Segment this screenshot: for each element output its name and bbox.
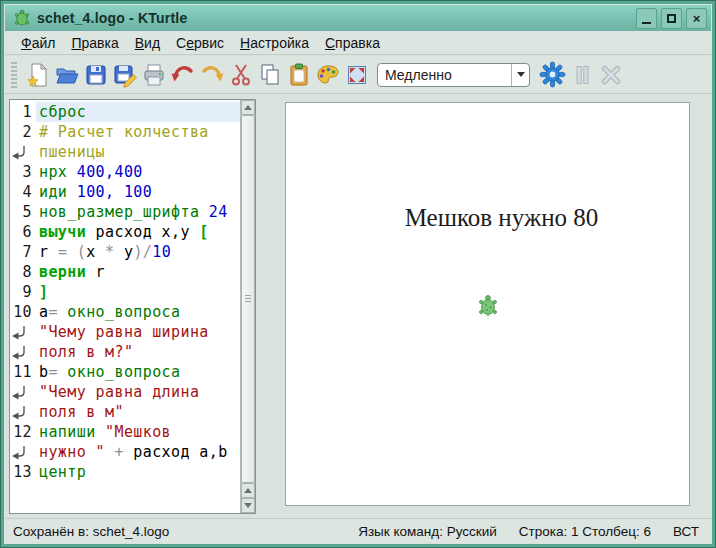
minimize-icon — [642, 22, 651, 24]
line-wrap-icon — [11, 385, 27, 400]
line-number: 6 — [10, 222, 36, 242]
scroll-up-button-2[interactable] — [241, 483, 255, 498]
status-language: Язык команд: Русский — [358, 524, 497, 539]
status-insert-mode: ВСТ — [673, 524, 699, 539]
code-line[interactable]: 10a= окно_вопроса — [10, 302, 240, 322]
code-text: выучи расход x,y [ — [36, 222, 240, 242]
code-text: ] — [36, 282, 240, 302]
scrollbar-thumb[interactable] — [241, 115, 255, 483]
statusbar: Сохранён в: schet_4.logo Язык команд: Ру… — [5, 518, 711, 543]
turtle-canvas: Мешков нужно 80 — [285, 102, 690, 506]
code-line[interactable]: 11b= окно_вопроса — [10, 362, 240, 382]
scrollbar-grip — [245, 295, 251, 302]
code-line[interactable]: 3нрх 400,400 — [10, 162, 240, 182]
palette-icon — [315, 62, 341, 88]
menu-item-3[interactable]: Сервис — [168, 33, 232, 53]
code-text: нужно " + расход a,b — [36, 442, 240, 462]
close-button[interactable]: × — [686, 8, 707, 29]
code-line[interactable]: 5нов_размер_шрифта 24 — [10, 202, 240, 222]
scroll-up-button[interactable] — [241, 100, 255, 115]
code-line[interactable]: 7r = (x * y)/10 — [10, 242, 240, 262]
line-number: 13 — [10, 462, 36, 482]
line-number: 3 — [10, 162, 36, 182]
code-line[interactable]: 8верни r — [10, 262, 240, 282]
speed-select-value: Медленно — [378, 67, 511, 83]
print-button[interactable] — [139, 60, 168, 90]
code-text: напиши "Мешков — [36, 422, 240, 442]
code-line[interactable]: 9] — [10, 282, 240, 302]
code-text: "Чему равна длина — [36, 382, 240, 402]
paste-button[interactable] — [284, 60, 313, 90]
line-number: 8 — [10, 262, 36, 282]
menu-item-0[interactable]: Файл — [13, 33, 63, 53]
code-line[interactable]: поля в м?" — [10, 342, 240, 362]
speed-select-arrow[interactable] — [511, 64, 529, 86]
new-file-button[interactable] — [23, 60, 52, 90]
status-saved: Сохранён в: schet_4.logo — [5, 524, 169, 539]
code-line[interactable]: поля в м" — [10, 402, 240, 422]
line-number: 5 — [10, 202, 36, 222]
code-line[interactable]: пшеницы — [10, 142, 240, 162]
menu-item-2[interactable]: Вид — [127, 33, 168, 53]
redo-icon — [199, 62, 225, 88]
code-text: поля в м?" — [36, 342, 240, 362]
open-button[interactable] — [52, 60, 81, 90]
code-text: "Чему равна ширина — [36, 322, 240, 342]
save-as-button[interactable] — [110, 60, 139, 90]
line-wrap-marker — [10, 442, 36, 462]
run-button[interactable] — [538, 60, 567, 90]
abort-x-icon — [598, 62, 624, 88]
copy-button[interactable] — [255, 60, 284, 90]
editor-scrollbar[interactable] — [240, 100, 255, 513]
save-button[interactable] — [81, 60, 110, 90]
code-lines[interactable]: 1сброс2# Расчет колчества пшеницы3нрх 40… — [10, 100, 240, 513]
code-line[interactable]: 4иди 100, 100 — [10, 182, 240, 202]
line-wrap-marker — [10, 382, 36, 402]
turtle-sprite — [477, 294, 499, 318]
undo-button[interactable] — [168, 60, 197, 90]
line-wrap-icon — [11, 345, 27, 360]
code-line[interactable]: "Чему равна ширина — [10, 322, 240, 342]
menu-item-1[interactable]: Правка — [63, 33, 126, 53]
line-wrap-marker — [10, 402, 36, 422]
menu-item-4[interactable]: Настройка — [232, 33, 317, 53]
line-number: 12 — [10, 422, 36, 442]
pause-button[interactable] — [567, 60, 596, 90]
fullscreen-button[interactable] — [342, 60, 371, 90]
minimize-button[interactable] — [636, 8, 657, 29]
code-line[interactable]: "Чему равна длина — [10, 382, 240, 402]
code-text: нов_размер_шрифта 24 — [36, 202, 240, 222]
window-title: schet_4.logo - KTurtle — [37, 10, 187, 26]
paste-icon — [286, 62, 312, 88]
arrow-up-icon — [244, 105, 252, 110]
speed-select[interactable]: Медленно — [377, 63, 530, 87]
code-text: пшеницы — [36, 142, 240, 162]
new-file-icon — [25, 62, 51, 88]
code-text: верни r — [36, 262, 240, 282]
code-line[interactable]: нужно " + расход a,b — [10, 442, 240, 462]
code-text: сброс — [36, 102, 240, 122]
code-line[interactable]: 6выучи расход x,y [ — [10, 222, 240, 242]
kturtle-app-icon — [13, 9, 31, 27]
line-wrap-marker — [10, 322, 36, 342]
line-wrap-marker — [10, 142, 36, 162]
maximize-button[interactable] — [661, 8, 682, 29]
titlebar[interactable]: schet_4.logo - KTurtle × — [5, 5, 711, 31]
code-line[interactable]: 13центр — [10, 462, 240, 482]
line-wrap-icon — [11, 145, 27, 160]
toolbar: Медленно — [5, 56, 711, 94]
line-number: 11 — [10, 362, 36, 382]
abort-button[interactable] — [596, 60, 625, 90]
code-line[interactable]: 1сброс — [10, 102, 240, 122]
colors-button[interactable] — [313, 60, 342, 90]
toolbar-drag-handle[interactable] — [11, 62, 17, 88]
code-line[interactable]: 2# Расчет колчества — [10, 122, 240, 142]
redo-button[interactable] — [197, 60, 226, 90]
code-line[interactable]: 12напиши "Мешков — [10, 422, 240, 442]
scroll-down-button[interactable] — [241, 498, 255, 513]
menu-item-5[interactable]: Справка — [317, 33, 388, 53]
kturtle-window: schet_4.logo - KTurtle × ФайлПравкаВидСе… — [0, 0, 716, 548]
close-icon: × — [693, 11, 701, 26]
code-editor[interactable]: 1сброс2# Расчет колчества пшеницы3нрх 40… — [9, 99, 256, 514]
cut-button[interactable] — [226, 60, 255, 90]
